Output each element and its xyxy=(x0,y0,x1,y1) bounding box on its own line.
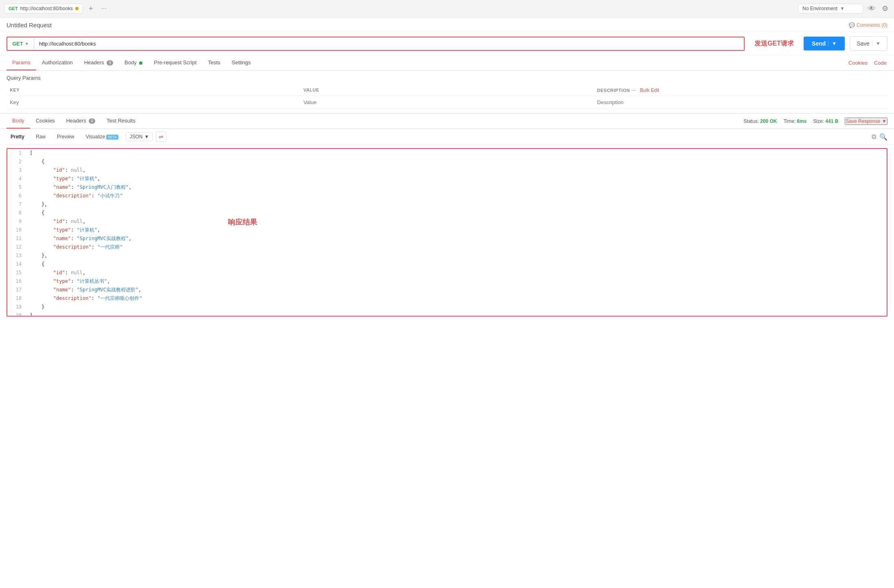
env-arrow: ▼ xyxy=(840,6,845,11)
json-code: [ { "id": null, "type": "计算机", "name": "… xyxy=(26,149,887,316)
col-value: VALUE xyxy=(300,84,594,96)
tab-params[interactable]: Params xyxy=(7,55,36,70)
copy-icon[interactable]: ⧉ xyxy=(872,133,876,140)
params-table: KEY VALUE DESCRIPTION ··· Bulk Edit xyxy=(7,84,887,109)
tab-body[interactable]: Body xyxy=(119,55,148,70)
save-button[interactable]: Save ▼ xyxy=(850,36,887,51)
query-params-title: Query Params xyxy=(7,75,887,81)
save-response-label: Save Response xyxy=(846,118,880,124)
comments-button[interactable]: 💬 Comments (0) xyxy=(849,22,887,28)
code-box: 12345 678910 1112131415 1617181920 [ { "… xyxy=(7,148,887,317)
resp-tab-test-results[interactable]: Test Results xyxy=(101,114,141,129)
json-arrow: ▼ xyxy=(144,134,149,140)
request-tabs: Params Authorization Headers 9 Body Pre-… xyxy=(0,55,894,71)
beta-badge: BETA xyxy=(106,135,119,140)
size-label: Size: 441 B xyxy=(813,118,838,124)
json-label: JSON xyxy=(129,134,142,140)
format-raw[interactable]: Raw xyxy=(32,132,50,141)
query-params-section: Query Params KEY VALUE DESCRIPTION ··· B… xyxy=(0,71,894,113)
status-value: 200 OK xyxy=(760,118,777,124)
top-bar-right: No Environment ▼ 👁 ⚙ xyxy=(798,2,890,15)
top-bar: GET http://localhost:80/books + ··· No E… xyxy=(0,0,894,17)
method-label: GET xyxy=(12,41,23,47)
env-label: No Environment xyxy=(802,6,837,11)
key-input[interactable] xyxy=(10,99,297,105)
description-input[interactable] xyxy=(597,99,884,105)
cookies-link[interactable]: Cookies xyxy=(848,56,868,70)
method-arrow-icon: ▼ xyxy=(25,42,29,46)
tab-headers[interactable]: Headers 9 xyxy=(79,55,119,70)
response-format-bar: Pretty Raw Preview VisualizeBETA JSON ▼ … xyxy=(0,129,894,145)
save-response-button[interactable]: Save Response ▼ xyxy=(845,118,887,125)
tab-prerequest[interactable]: Pre-request Script xyxy=(148,55,202,70)
tab-tests[interactable]: Tests xyxy=(202,55,226,70)
gear-icon[interactable]: ⚙ xyxy=(880,2,890,15)
save-label: Save xyxy=(857,40,870,47)
method-selector[interactable]: GET ▼ xyxy=(7,37,34,50)
new-tab-button[interactable]: + xyxy=(86,4,96,14)
url-input[interactable] xyxy=(34,37,744,50)
resp-tab-headers[interactable]: Headers 4 xyxy=(61,114,101,129)
url-input-group: GET ▼ xyxy=(7,37,745,51)
tab-url: http://localhost:80/books xyxy=(20,6,73,11)
save-dropdown-arrow[interactable]: ▼ xyxy=(872,41,881,46)
request-title-bar: Untitled Request 💬 Comments (0) xyxy=(0,17,894,32)
response-tools: ⧉ 🔍 xyxy=(872,133,887,141)
response-section: Body Cookies Headers 4 Test Results Stat… xyxy=(0,113,894,317)
response-meta: Status: 200 OK Time: 6ms Size: 441 B Sav… xyxy=(743,118,887,125)
eye-icon[interactable]: 👁 xyxy=(866,3,877,15)
time-value: 6ms xyxy=(797,118,807,124)
environment-selector[interactable]: No Environment ▼ xyxy=(798,4,863,13)
code-content[interactable]: 12345 678910 1112131415 1617181920 [ { "… xyxy=(7,149,887,316)
status-label: Status: 200 OK xyxy=(743,118,777,124)
table-row xyxy=(7,96,887,109)
search-icon[interactable]: 🔍 xyxy=(879,133,887,141)
json-format-selector[interactable]: JSON ▼ xyxy=(126,132,153,141)
format-preview[interactable]: Preview xyxy=(53,132,79,141)
save-response-arrow: ▼ xyxy=(882,118,887,124)
request-tab[interactable]: GET http://localhost:80/books xyxy=(4,4,83,13)
size-value: 441 B xyxy=(825,118,838,124)
tab-authorization[interactable]: Authorization xyxy=(36,55,79,70)
value-input[interactable] xyxy=(304,99,591,105)
more-options-button[interactable]: ··· xyxy=(632,87,636,93)
tab-dot-indicator xyxy=(75,7,79,10)
line-numbers: 12345 678910 1112131415 1617181920 xyxy=(7,149,26,316)
resp-tab-body[interactable]: Body xyxy=(7,114,30,129)
comment-icon: 💬 xyxy=(849,22,855,28)
code-link[interactable]: Code xyxy=(873,56,887,70)
wrap-button[interactable]: ⇌ xyxy=(156,131,166,142)
bulk-edit-button[interactable]: Bulk Edit xyxy=(640,87,659,93)
send-label: Send xyxy=(812,40,826,47)
send-annotation: 发送GET请求 xyxy=(748,39,800,48)
comments-label: Comments (0) xyxy=(857,22,887,28)
col-key: KEY xyxy=(7,84,300,96)
format-visualize[interactable]: VisualizeBETA xyxy=(82,132,123,141)
format-pretty[interactable]: Pretty xyxy=(7,132,28,141)
col-description: DESCRIPTION ··· Bulk Edit xyxy=(594,84,887,96)
request-title: Untitled Request xyxy=(7,22,52,28)
tab-settings[interactable]: Settings xyxy=(226,55,256,70)
send-button[interactable]: Send ▼ xyxy=(804,37,845,50)
tabs-right: Cookies Code xyxy=(848,56,887,70)
resp-tab-cookies[interactable]: Cookies xyxy=(30,114,61,129)
response-body-container: 12345 678910 1112131415 1617181920 [ { "… xyxy=(0,148,894,317)
url-bar: GET ▼ 发送GET请求 Send ▼ Save ▼ xyxy=(0,32,894,55)
send-dropdown-arrow[interactable]: ▼ xyxy=(828,41,837,46)
time-label: Time: 6ms xyxy=(783,118,807,124)
tab-method: GET xyxy=(9,6,18,11)
response-tabs: Body Cookies Headers 4 Test Results Stat… xyxy=(0,114,894,129)
more-tabs-button[interactable]: ··· xyxy=(99,4,109,13)
